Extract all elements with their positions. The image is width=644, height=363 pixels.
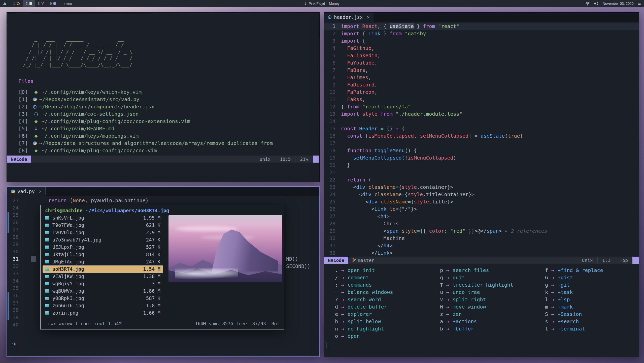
file-row[interactable]: T9o7FWe.jpg621 K <box>43 222 163 229</box>
file-row[interactable]: UMgEfAo.jpg247 K <box>43 258 163 265</box>
arrow-icon: → <box>551 311 554 318</box>
code-text: FaDiscord, <box>341 81 378 88</box>
close-icon[interactable]: × <box>367 14 369 21</box>
file-size: 1.54 M <box>143 265 160 273</box>
file-row[interactable]: zorin.png1.66 M <box>43 309 163 317</box>
volume-icon[interactable] <box>594 2 599 5</box>
token: ⇒ <box>396 126 399 132</box>
file-row[interactable]: VEaljKW.jpg1.38 M <box>43 273 163 280</box>
token <box>356 126 359 132</box>
vim-icon <box>33 88 39 96</box>
file-row[interactable]: UktajFl.jpg814 K <box>43 251 163 258</box>
token <box>341 82 347 88</box>
token <box>341 177 347 183</box>
tab-vad-py[interactable]: vad.py × <box>7 187 46 196</box>
token <box>378 126 381 132</box>
token: "./header.module.less" <box>396 111 462 117</box>
line-number: 16 <box>324 132 341 140</box>
token <box>341 67 347 73</box>
workspace-1[interactable]: 1 <box>10 0 23 7</box>
mode-indicator: NVCode <box>7 156 31 163</box>
file-row[interactable]: zGnGuT6.jpg1.8 M <box>43 302 163 309</box>
editor-header[interactable]: 1import React, { useState } from "react"… <box>324 22 639 257</box>
file-row[interactable]: y08Rpk3.jpg587 K <box>43 295 163 302</box>
line-number: 10 <box>324 88 341 96</box>
key-label: q <box>429 274 443 281</box>
line-number: 40 <box>7 321 24 328</box>
scroll-indicator <box>8 212 9 233</box>
token: ( <box>505 133 508 139</box>
recent-file-5[interactable]: [5]~/.config/nvim/README.md <box>18 125 319 132</box>
key-description: comment <box>348 274 369 281</box>
file-name: UMgEfAo.jpg <box>52 258 143 265</box>
menu-icon[interactable]: ≡ <box>638 1 641 6</box>
workspace-2[interactable]: 2 <box>23 0 35 7</box>
key-description: +git <box>558 281 570 289</box>
recent-file-3[interactable]: [3]~/.config/nvim/coc-settings.json <box>18 110 319 118</box>
workspace-9[interactable]: 9 <box>47 0 59 7</box>
entry-number: 7 <box>21 140 25 146</box>
file-name: y08Rpk3.jpg <box>52 295 143 302</box>
line-number: 24 <box>7 204 24 211</box>
recent-file-7[interactable]: [7]~/Repos/data_structures_and_algorithm… <box>18 140 319 147</box>
token: span <box>487 228 499 234</box>
image-icon <box>45 246 49 249</box>
line-number: 14 <box>324 118 341 125</box>
token: < <box>341 199 368 205</box>
file-row[interactable]: wqBUWVx.jpg1.86 M <box>43 287 163 295</box>
token: < <box>341 191 362 197</box>
key-description: +actions <box>453 318 477 325</box>
workspace-3[interactable]: 3 <box>35 0 47 7</box>
recent-file-2[interactable]: [2]~/Repos/blog/src/components/header.js… <box>18 103 319 110</box>
token: () <box>384 126 396 132</box>
recent-file-6[interactable]: [6]~/.config/nvim/keys/mappings.vim <box>18 132 319 140</box>
key-description: balance windows <box>348 289 393 296</box>
code-line-13: 13import style from "./header.module.les… <box>324 110 639 118</box>
token: return <box>347 177 365 183</box>
file-row[interactable]: uoH3RT4.jpg1.54 M <box>43 265 163 273</box>
key-label: s <box>534 318 548 325</box>
file-row[interactable]: u7o3nwab7fy41.jpg247 K <box>43 236 163 244</box>
file-name: VEaljKW.jpg <box>52 273 140 280</box>
command-line[interactable]: :q <box>7 340 319 347</box>
file-size: 3 M <box>152 280 160 287</box>
code-line-16: 16 const [isMenuCollapsed, setMenuCollap… <box>324 132 639 140</box>
terminal-cursor <box>7 15 7 25</box>
line-number: 28 <box>324 220 341 227</box>
token: "red" <box>450 228 465 234</box>
key-label: G <box>534 274 548 281</box>
file-row[interactable]: UEJLpxP.jpg527 K <box>43 244 163 251</box>
line-number: 34 <box>7 277 24 285</box>
code-text: <div className={style.title}> <box>341 198 453 205</box>
keybinding-v: v→split right <box>429 296 534 303</box>
image-icon <box>45 282 49 285</box>
close-icon[interactable]: × <box>39 188 42 195</box>
key-description: delete buffer <box>348 303 387 311</box>
token: } <box>341 104 347 110</box>
key-label: h <box>324 318 338 325</box>
recent-file-4[interactable]: [4]~/.config/nvim/plug-config/coc/coc-ex… <box>18 118 319 125</box>
tab-header-jsx[interactable]: header.jsx × <box>324 13 374 22</box>
file-size: 621 K <box>146 222 160 229</box>
token: FaPatreon <box>347 89 374 95</box>
key-label: T <box>429 281 443 289</box>
token: > <box>387 213 390 219</box>
recent-file-8[interactable]: [8]~/.config/nvim/plug-config/coc/coc.vi… <box>18 147 319 154</box>
recent-file-0[interactable]: [0]~/.config/nvim/keys/which-key.vim <box>18 88 319 96</box>
launcher-icon[interactable] <box>3 2 7 5</box>
key-description: split below <box>348 318 381 325</box>
file-row[interactable]: TvOVDlq.jpg2.9 M <box>43 229 163 236</box>
start-screen[interactable]: _ ___ ______ __ / | / / | / / ____/___ _… <box>7 13 319 156</box>
code-text: <span style={{ color: "red" }}>@</span> … <box>341 227 547 235</box>
now-playing-label: Pink Floyd – Money <box>309 2 340 6</box>
file-row[interactable]: shKsVrL.jpg1.95 M <box>43 214 163 222</box>
wifi-icon[interactable] <box>585 2 590 6</box>
code-line-23: 23 return (None, pyaudio.paContinue) <box>7 197 319 204</box>
file-row[interactable]: wgBqiyY.jpg3 M <box>43 280 163 287</box>
token <box>402 31 405 37</box>
recent-file-1[interactable]: [1]~/Repos/VoiceAssistant/src/vad.py <box>18 96 319 103</box>
branch-name: master <box>358 257 374 264</box>
now-playing[interactable]: ♪ Pink Floyd – Money <box>304 0 340 7</box>
music-icon: ♪ <box>304 2 307 6</box>
key-description: no highlight <box>348 325 384 332</box>
